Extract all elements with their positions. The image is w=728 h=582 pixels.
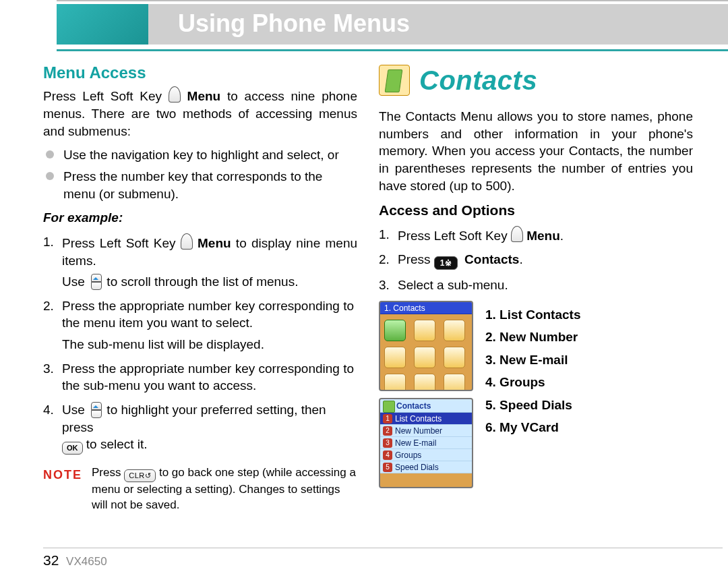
soft-key-icon [169, 86, 181, 103]
contacts-label: Contacts [464, 252, 519, 266]
header-image-block [57, 4, 148, 45]
contacts-intro: The Contacts Menu allows you to store na… [379, 108, 693, 194]
menu-icon [384, 320, 406, 341]
example-steps: Press Left Soft Key Menu to display nine… [43, 233, 357, 455]
footer-rule [43, 548, 723, 548]
text: Use [62, 274, 88, 289]
page-number: 32 [43, 552, 59, 568]
icon-grid [380, 314, 472, 391]
soft-key-icon [181, 233, 193, 250]
example-label: For example: [43, 209, 357, 227]
phone-screen-icons: 1. Contacts [379, 301, 473, 391]
note-label: NOTE [43, 465, 82, 513]
list-item: 1. List Contacts [485, 305, 693, 324]
menu-access-intro: Press Left Soft Key Menu to access nine … [43, 86, 357, 140]
model-number: VX4650 [66, 555, 107, 568]
text: Press [398, 252, 434, 266]
submenu-list: 1. List Contacts 2. New Number 3. New E-… [485, 301, 693, 440]
content-columns: Menu Access Press Left Soft Key Menu to … [43, 51, 693, 513]
note: NOTE Press CLR↺ to go back one step (whi… [43, 465, 357, 513]
scroll-key-icon [88, 274, 103, 290]
screen-title: Contacts [380, 399, 472, 413]
submenu-illustration: 1. Contacts [379, 301, 693, 488]
list-item: Press the number key that corresponds to… [46, 168, 357, 202]
menu-label: Menu [198, 236, 231, 250]
left-column: Menu Access Press Left Soft Key Menu to … [43, 62, 357, 513]
page: Using Phone Menus Menu Access Press Left… [0, 0, 728, 582]
list-item: 6. My VCard [485, 417, 693, 437]
step-1: Press Left Soft Key Menu to display nine… [43, 233, 357, 291]
step-2: Press the appropriate number key corresp… [43, 297, 357, 353]
menu-label: Menu [526, 229, 560, 243]
contacts-icon [379, 65, 410, 96]
menu-label: Menu [187, 89, 221, 103]
rule [57, 49, 728, 51]
text: to scroll through the list of menus. [107, 274, 298, 289]
screen-row: New E-mail [380, 437, 472, 449]
right-column: Contacts The Contacts Menu allows you to… [379, 62, 693, 513]
page-title: Using Phone Menus [178, 9, 410, 38]
text: Press the appropriate number key corresp… [62, 299, 354, 330]
menu-icon [414, 320, 435, 341]
screen-title: 1. Contacts [380, 302, 472, 314]
step-3: Select a sub-menu. [379, 277, 693, 294]
menu-icon [414, 374, 435, 391]
screen-row: Speed Dials [380, 461, 472, 473]
text: . [519, 252, 522, 266]
access-options-heading: Access and Options [379, 201, 693, 220]
menu-icon [444, 347, 465, 368]
screen-row: New Number [380, 425, 472, 437]
text: Press [92, 466, 124, 479]
soft-key-icon [511, 226, 523, 242]
contacts-heading: Contacts [379, 62, 693, 98]
rule [57, 0, 728, 1]
list-item: 2. New Number [485, 327, 693, 347]
screen-mockups: 1. Contacts [379, 301, 473, 488]
note-text: Press CLR↺ to go back one step (while ac… [92, 465, 357, 513]
list-item: 3. New E-mail [485, 350, 693, 370]
ok-key-icon: OK [62, 442, 83, 455]
screen-row: Groups [380, 449, 472, 461]
step-4: Use to highlight your preferred setting,… [43, 401, 357, 455]
menu-icon [384, 347, 406, 368]
key-1-icon: 1※ [434, 256, 458, 270]
menu-access-heading: Menu Access [43, 62, 357, 84]
screen-row: List Contacts [380, 413, 472, 425]
text: Press Left Soft Key [43, 89, 169, 103]
method-list: Use the navigation key to highlight and … [43, 146, 357, 202]
text: Press the appropriate number key corresp… [62, 361, 354, 393]
step-3: Press the appropriate number key corresp… [43, 360, 357, 395]
header: Using Phone Menus [57, 0, 728, 51]
step-1: Press Left Soft Key Menu. [379, 226, 693, 245]
text: . [560, 229, 564, 243]
text: to select it. [86, 437, 148, 451]
list-item: Use the navigation key to highlight and … [46, 146, 357, 164]
list-item: 4. Groups [485, 372, 693, 392]
footer: 32 VX4650 [43, 552, 107, 569]
step-1-sub: Use to scroll through the list of menus. [62, 273, 357, 291]
step-2: Press 1※ Contacts. [379, 251, 693, 270]
text: Press Left Soft Key [398, 229, 511, 243]
contacts-title: Contacts [419, 62, 537, 98]
clr-key-icon: CLR↺ [124, 469, 156, 482]
text: Press Left Soft Key [62, 236, 181, 250]
menu-icon [414, 347, 435, 368]
scroll-key-icon [88, 402, 103, 418]
access-steps: Press Left Soft Key Menu. Press 1※ Conta… [379, 226, 693, 294]
phone-screen-list: Contacts List Contacts New Number New E-… [379, 398, 473, 488]
list-item: 5. Speed Dials [485, 395, 693, 415]
step-2-sub: The sub-menu list will be displayed. [62, 336, 357, 353]
menu-icon [444, 320, 465, 341]
menu-icon [444, 374, 465, 391]
text: Use [62, 403, 88, 417]
menu-icon [384, 374, 406, 391]
